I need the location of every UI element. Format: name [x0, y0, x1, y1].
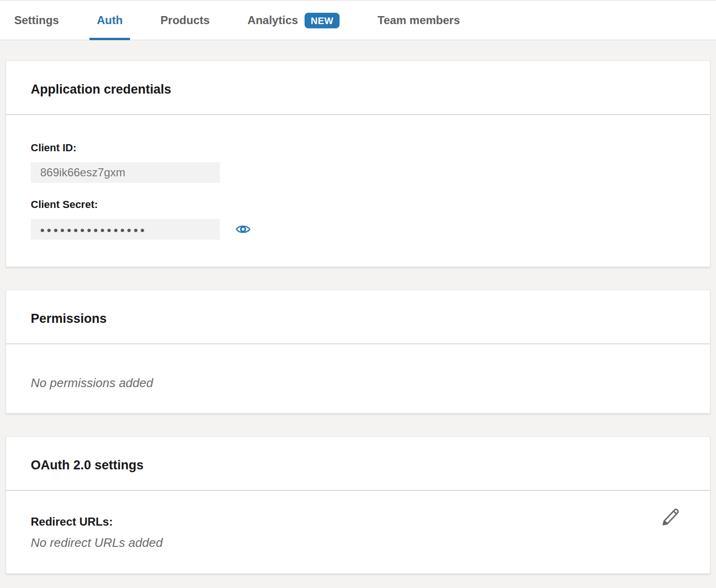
tab-auth-label: Auth	[97, 14, 123, 27]
tab-products-label: Products	[160, 14, 210, 27]
redirect-urls-empty-text: No redirect URLs added	[31, 536, 685, 550]
permissions-card: Permissions No permissions added	[6, 290, 710, 414]
oauth-settings-header: OAuth 2.0 settings	[6, 437, 710, 491]
pencil-icon	[660, 506, 681, 527]
application-credentials-title: Application credentials	[31, 82, 685, 97]
permissions-empty-text: No permissions added	[31, 376, 685, 390]
tab-team-members[interactable]: Team members	[370, 1, 467, 40]
application-credentials-card: Application credentials Client ID: 869ik…	[6, 61, 710, 267]
tab-settings-label: Settings	[14, 14, 59, 27]
tab-products[interactable]: Products	[153, 1, 217, 40]
application-credentials-body: Client ID: 869ik66esz7gxm Client Secret:…	[6, 115, 710, 267]
tab-analytics-label: Analytics	[247, 14, 298, 27]
permissions-body: No permissions added	[6, 344, 710, 413]
tab-analytics[interactable]: Analytics NEW	[240, 1, 347, 40]
client-id-field[interactable]: 869ik66esz7gxm	[31, 162, 220, 183]
client-secret-field[interactable]: ••••••••••••••••	[31, 219, 220, 240]
application-credentials-header: Application credentials	[6, 61, 710, 115]
permissions-header: Permissions	[6, 290, 710, 344]
client-secret-group: Client Secret: ••••••••••••••••	[31, 199, 685, 240]
auth-tab-content: Application credentials Client ID: 869ik…	[0, 40, 716, 574]
new-badge: NEW	[305, 13, 340, 28]
client-secret-label: Client Secret:	[31, 199, 685, 211]
client-secret-masked-value: ••••••••••••••••	[40, 222, 147, 236]
oauth-settings-card: OAuth 2.0 settings Redirect URLs: No red…	[6, 436, 710, 574]
client-id-label: Client ID:	[31, 142, 685, 154]
oauth-settings-body: Redirect URLs: No redirect URLs added	[6, 491, 710, 573]
client-secret-row: ••••••••••••••••	[31, 219, 685, 240]
oauth-settings-title: OAuth 2.0 settings	[31, 458, 685, 473]
edit-redirect-urls-button[interactable]	[660, 506, 681, 527]
redirect-urls-label: Redirect URLs:	[31, 515, 685, 528]
eye-icon	[236, 222, 251, 237]
tab-bar: Settings Auth Products Analytics NEW Tea…	[0, 0, 716, 40]
tab-auth[interactable]: Auth	[89, 1, 131, 40]
permissions-title: Permissions	[31, 311, 685, 326]
client-id-group: Client ID: 869ik66esz7gxm	[31, 142, 685, 183]
reveal-secret-button[interactable]	[236, 222, 251, 237]
client-id-value: 869ik66esz7gxm	[40, 166, 125, 179]
tab-settings[interactable]: Settings	[7, 1, 67, 40]
tab-team-members-label: Team members	[377, 14, 460, 27]
